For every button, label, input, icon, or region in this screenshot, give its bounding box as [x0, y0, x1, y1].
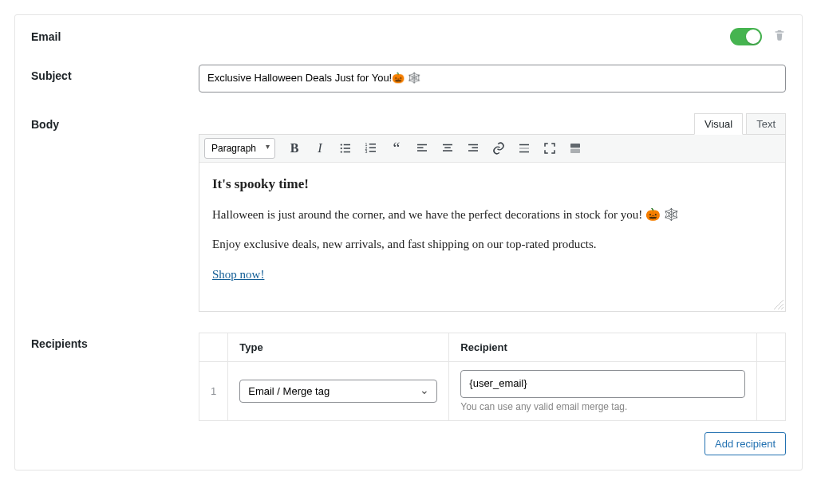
align-right-icon[interactable] [462, 138, 484, 159]
recipient-input[interactable] [460, 370, 745, 398]
resize-grip-icon[interactable] [774, 300, 783, 309]
svg-rect-22 [519, 148, 529, 149]
recipients-row: Recipients Type Recipient 1 [31, 333, 786, 455]
svg-rect-3 [344, 148, 350, 149]
col-actions [757, 333, 786, 361]
italic-icon[interactable]: I [309, 138, 331, 159]
numbered-list-icon[interactable]: 123 [360, 138, 382, 159]
recipients-label: Recipients [31, 333, 199, 350]
tab-text[interactable]: Text [746, 113, 786, 135]
fullscreen-icon[interactable] [539, 138, 561, 159]
align-left-icon[interactable] [411, 138, 433, 159]
email-panel: Email Subject Body Visual Text [14, 14, 803, 471]
trash-icon[interactable] [773, 29, 786, 45]
svg-rect-13 [417, 147, 424, 148]
body-paragraph-2: Enjoy exclusive deals, new arrivals, and… [212, 235, 772, 254]
col-type: Type [228, 333, 449, 361]
body-link[interactable]: Shop now! [212, 268, 264, 281]
svg-rect-24 [570, 144, 580, 148]
svg-rect-11 [369, 151, 376, 152]
svg-rect-20 [468, 150, 478, 152]
col-recipient: Recipient [449, 333, 757, 361]
row-index: 1 [199, 361, 228, 420]
svg-rect-15 [443, 144, 452, 146]
read-more-icon[interactable] [513, 138, 535, 159]
svg-point-2 [341, 148, 342, 149]
bulleted-list-icon[interactable] [334, 138, 357, 159]
svg-rect-9 [369, 147, 376, 148]
toolbar-toggle-icon[interactable] [564, 138, 586, 159]
svg-rect-16 [444, 147, 451, 148]
svg-text:3: 3 [365, 149, 368, 154]
svg-rect-18 [468, 144, 478, 146]
col-index [199, 333, 228, 361]
svg-rect-14 [417, 150, 427, 152]
body-paragraph-1: Halloween is just around the corner, and… [212, 206, 772, 224]
table-row: 1 Email / Merge tag You can use any vali… [199, 361, 786, 420]
svg-rect-5 [344, 152, 350, 153]
svg-rect-7 [369, 144, 376, 145]
editor-content[interactable]: It's spooky time! Halloween is just arou… [199, 163, 785, 311]
body-label: Body [31, 113, 199, 131]
svg-rect-23 [519, 152, 529, 153]
enable-toggle[interactable] [730, 28, 762, 45]
align-center-icon[interactable] [436, 138, 459, 159]
panel-title: Email [31, 30, 61, 43]
svg-rect-21 [519, 144, 529, 146]
svg-rect-1 [344, 144, 350, 146]
add-recipient-button[interactable]: Add recipient [705, 432, 786, 455]
svg-rect-12 [417, 144, 427, 146]
panel-header: Email [31, 28, 786, 45]
editor: Visual Text Paragraph B I 123 [199, 113, 786, 312]
subject-row: Subject [31, 65, 786, 93]
toggle-knob [746, 30, 760, 44]
body-row: Body Visual Text Paragraph B I [31, 113, 786, 312]
editor-toolbar: Paragraph B I 123 “ [199, 135, 785, 163]
recipients-table: Type Recipient 1 Email / Merge tag [199, 333, 786, 421]
recipient-helper: You can use any valid email merge tag. [460, 401, 745, 412]
svg-point-4 [341, 151, 342, 152]
svg-rect-17 [443, 150, 452, 152]
format-select[interactable]: Paragraph [204, 138, 275, 159]
body-heading: It's spooky time! [212, 174, 772, 195]
bold-icon[interactable]: B [283, 138, 306, 159]
recipient-type-select[interactable]: Email / Merge tag [239, 380, 437, 403]
editor-tabs: Visual Text [199, 113, 786, 135]
row-actions [757, 361, 786, 420]
link-icon[interactable] [487, 138, 510, 159]
svg-rect-25 [570, 149, 580, 153]
tab-visual[interactable]: Visual [694, 113, 743, 135]
subject-label: Subject [31, 65, 199, 82]
editor-box: Paragraph B I 123 “ [199, 134, 786, 312]
blockquote-icon[interactable]: “ [385, 138, 408, 159]
subject-input[interactable] [199, 65, 786, 93]
svg-point-0 [341, 144, 342, 145]
svg-rect-19 [472, 147, 479, 148]
panel-actions [730, 28, 786, 45]
